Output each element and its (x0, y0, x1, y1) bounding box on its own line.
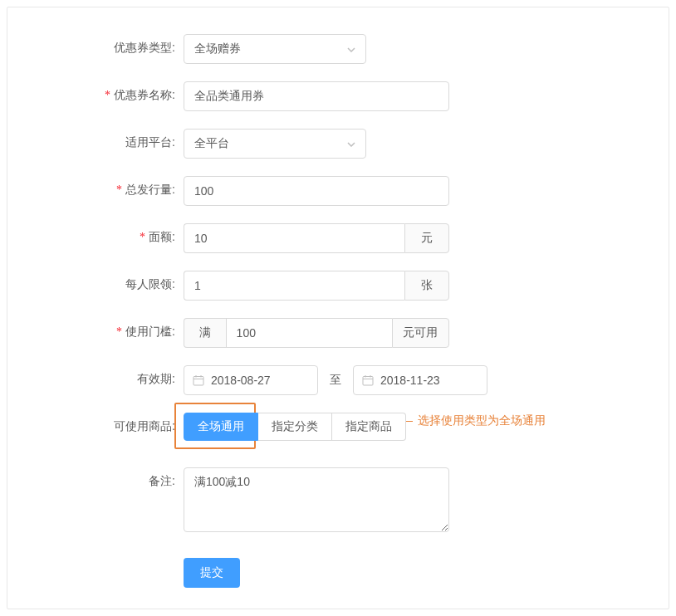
label-limit: 每人限领: (27, 271, 184, 292)
input-total-issue[interactable] (184, 176, 449, 206)
label-total-issue: *总发行量: (27, 176, 184, 198)
required-star: * (116, 325, 122, 338)
row-submit: 提交 (27, 558, 649, 588)
chevron-down-icon (347, 138, 355, 149)
group-limit: 张 (184, 271, 449, 301)
date-end-input[interactable]: 2018-11-23 (353, 365, 487, 395)
svg-rect-4 (363, 377, 373, 386)
select-coupon-type[interactable]: 全场赠券 (184, 34, 366, 64)
date-start-value: 2018-08-27 (211, 374, 271, 387)
tab-category[interactable]: 指定分类 (258, 413, 332, 441)
label-platform: 适用平台: (27, 129, 184, 150)
required-star: * (140, 231, 145, 243)
select-value: 全场赠券 (194, 42, 241, 56)
label-usable-goods: 可使用商品: (27, 413, 184, 434)
form-card: 优惠券类型: 全场赠券 *优惠券名称: 适用平台: 全平台 (7, 7, 669, 609)
required-star: * (105, 89, 110, 101)
label-coupon-type: 优惠券类型: (27, 34, 184, 56)
input-limit[interactable] (184, 271, 404, 301)
addon-yuankeyong: 元可用 (392, 318, 449, 348)
addon-yuan: 元 (404, 223, 449, 253)
textarea-remark[interactable] (184, 467, 449, 532)
input-coupon-name[interactable] (184, 81, 449, 111)
label-denomination: *面额: (27, 223, 184, 245)
label-remark: 备注: (27, 467, 184, 489)
row-threshold: *使用门槛: 满 元可用 (27, 318, 649, 348)
tab-group-usage: 全场通用 指定分类 指定商品 (184, 413, 406, 441)
date-start-input[interactable]: 2018-08-27 (184, 365, 318, 395)
row-remark: 备注: (27, 467, 649, 535)
group-threshold: 满 元可用 (184, 318, 449, 348)
row-denomination: *面额: 元 (27, 223, 649, 253)
row-total-issue: *总发行量: (27, 176, 649, 206)
date-range: 2018-08-27 至 2018-11-23 (184, 365, 487, 395)
row-platform: 适用平台: 全平台 (27, 129, 649, 159)
required-star: * (116, 183, 122, 196)
group-denomination: 元 (184, 223, 449, 253)
addon-zhang: 张 (404, 271, 449, 301)
row-coupon-type: 优惠券类型: 全场赠券 (27, 34, 649, 64)
chevron-down-icon (347, 43, 355, 55)
label-validity: 有效期: (27, 365, 184, 387)
row-limit: 每人限领: 张 (27, 271, 649, 301)
label-coupon-name: *优惠券名称: (27, 81, 184, 103)
svg-rect-0 (193, 377, 203, 386)
date-end-value: 2018-11-23 (380, 374, 440, 387)
label-threshold: *使用门槛: (27, 318, 184, 340)
select-value: 全平台 (194, 136, 229, 151)
calendar-icon (362, 374, 374, 386)
tab-all[interactable]: 全场通用 (184, 413, 258, 441)
date-separator: 至 (330, 373, 341, 388)
annotation-text: 选择使用类型为全场通用 (418, 413, 546, 428)
row-coupon-name: *优惠券名称: (27, 81, 649, 111)
input-threshold[interactable] (226, 318, 392, 348)
addon-man: 满 (184, 318, 226, 348)
row-validity: 有效期: 2018-08-27 至 2018-11-23 (27, 365, 649, 395)
calendar-icon (193, 374, 204, 386)
input-denomination[interactable] (184, 223, 404, 253)
submit-button[interactable]: 提交 (184, 558, 240, 588)
tab-product[interactable]: 指定商品 (332, 413, 406, 441)
row-usable-goods: 可使用商品: 全场通用 指定分类 指定商品 (27, 413, 649, 441)
select-platform[interactable]: 全平台 (184, 129, 366, 159)
